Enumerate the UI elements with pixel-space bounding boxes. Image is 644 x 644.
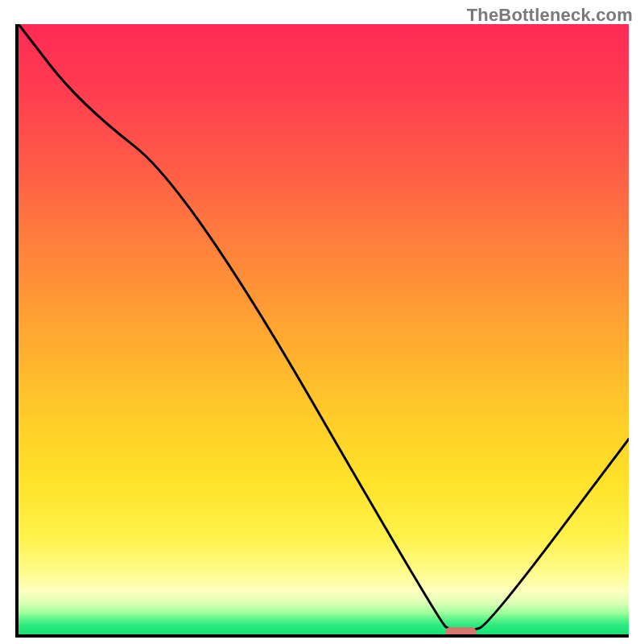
optimal-marker bbox=[446, 627, 477, 634]
plot-area bbox=[15, 24, 629, 638]
curve-svg bbox=[19, 24, 629, 634]
bottleneck-curve-line bbox=[19, 24, 629, 631]
chart-container: TheBottleneck.com bbox=[0, 0, 644, 644]
watermark-text: TheBottleneck.com bbox=[467, 5, 633, 26]
